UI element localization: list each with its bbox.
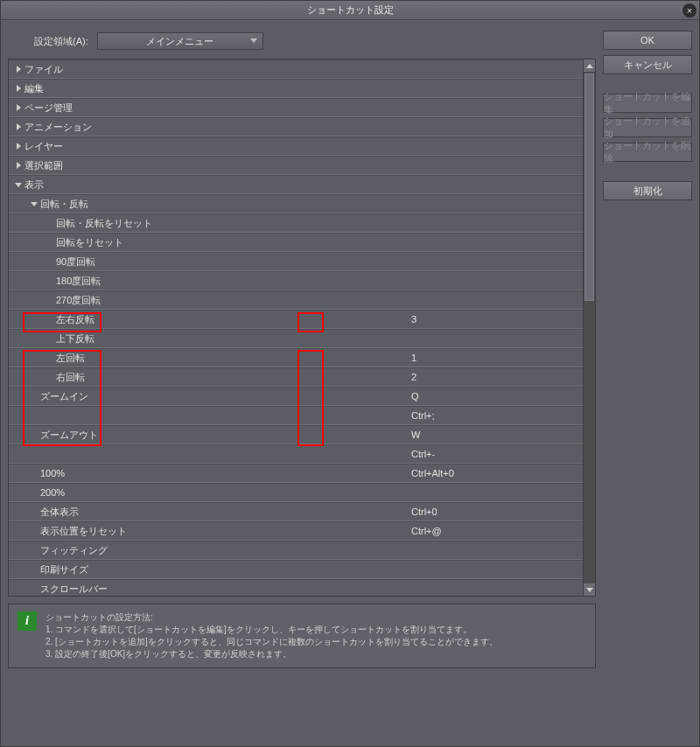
tree-row[interactable]: 270度回転 <box>9 290 583 310</box>
dialog-content: 設定領域(A): メインメニュー ファイル編集ページ管理アニメーションレイヤー選… <box>1 20 699 746</box>
add-shortcut-button[interactable]: ショートカットを追加 <box>603 118 692 137</box>
tree-row[interactable]: 回転・反転をリセット <box>9 213 583 233</box>
dialog-title: ショートカット設定 <box>307 3 394 17</box>
tree-row[interactable]: ズームインQ <box>9 387 583 406</box>
shortcut-cell: Ctrl+0 <box>408 506 583 517</box>
tree-row[interactable]: 表示 <box>9 175 583 194</box>
tree-label-cell: 回転・反転をリセット <box>9 217 408 230</box>
command-list: ファイル編集ページ管理アニメーションレイヤー選択範囲表示回転・反転回転・反転をリ… <box>8 59 596 597</box>
tree-row[interactable]: 編集 <box>9 79 583 98</box>
shortcut-settings-dialog: ショートカット設定 × 設定領域(A): メインメニュー ファイル編集ページ管理… <box>0 0 700 747</box>
tree-label-cell: 200% <box>9 487 408 498</box>
info-icon: i <box>18 611 37 631</box>
tree-label-cell: 180度回転 <box>9 275 408 288</box>
scrollbar[interactable] <box>583 59 595 596</box>
triangle-right-icon <box>17 162 21 169</box>
expander-icon[interactable] <box>30 202 38 206</box>
tree-item-label: 回転・反転をリセット <box>56 217 152 230</box>
expander-icon[interactable] <box>14 183 23 187</box>
titlebar: ショートカット設定 × <box>1 1 699 20</box>
expander-icon[interactable] <box>14 123 23 130</box>
shortcut-cell: Ctrl+@ <box>408 526 583 536</box>
area-row: 設定領域(A): メインメニュー <box>8 29 596 59</box>
right-column: OK キャンセル ショートカットを編集 ショートカットを追加 ショートカットを削… <box>603 29 692 737</box>
tree-row[interactable]: 上下反転 <box>9 329 583 348</box>
area-dropdown-value: メインメニュー <box>146 35 214 48</box>
tree-row[interactable]: ズームアウトW <box>9 425 583 444</box>
tree-item-label: 200% <box>40 487 65 498</box>
tree-row[interactable]: ファイル <box>9 59 583 79</box>
edit-shortcut-button[interactable]: ショートカットを編集 <box>603 94 692 113</box>
tree-row[interactable]: Ctrl+- <box>9 444 583 464</box>
tree-label-cell: 左右反転 <box>9 313 408 326</box>
scroll-thumb[interactable] <box>584 73 594 301</box>
shortcut-cell: 2 <box>408 372 583 382</box>
area-dropdown[interactable]: メインメニュー <box>97 32 263 50</box>
chevron-down-icon <box>586 588 593 592</box>
reset-button[interactable]: 初期化 <box>603 181 692 200</box>
tree-row[interactable]: 200% <box>9 483 583 502</box>
tree-item-label: 180度回転 <box>56 275 101 288</box>
area-label: 設定領域(A): <box>34 35 88 48</box>
tree-row[interactable]: 左回転1 <box>9 348 583 367</box>
shortcut-cell: W <box>408 429 583 440</box>
shortcut-cell: Q <box>408 391 583 401</box>
tree-row[interactable]: 回転をリセット <box>9 233 583 252</box>
tree-item-label: 表示 <box>24 178 44 192</box>
info-line: 2. [ショートカットを追加]をクリックすると、同じコマンドに複数のショートカッ… <box>46 636 498 648</box>
tree-item-label: 全体表示 <box>40 506 79 519</box>
command-list-inner[interactable]: ファイル編集ページ管理アニメーションレイヤー選択範囲表示回転・反転回転・反転をリ… <box>9 59 583 596</box>
tree-row[interactable]: 表示位置をリセットCtrl+@ <box>9 521 583 541</box>
tree-item-label: 回転・反転 <box>40 198 88 211</box>
tree-item-label: 表示位置をリセット <box>40 525 127 538</box>
expander-icon[interactable] <box>14 104 23 111</box>
close-button[interactable]: × <box>682 3 696 17</box>
tree-row[interactable]: Ctrl+; <box>9 406 583 425</box>
expander-icon[interactable] <box>14 66 23 73</box>
scroll-down-button[interactable] <box>584 583 595 596</box>
chevron-down-icon <box>250 38 257 43</box>
scroll-track[interactable] <box>584 72 595 583</box>
tree-row[interactable]: 印刷サイズ <box>9 560 583 579</box>
info-box: i ショートカットの設定方法: 1. コマンドを選択して[ショートカットを編集]… <box>8 604 596 668</box>
expander-icon[interactable] <box>14 143 23 150</box>
tree-label-cell: ページ管理 <box>9 101 408 115</box>
cancel-button[interactable]: キャンセル <box>603 55 692 74</box>
tree-label-cell: 上下反転 <box>9 332 408 346</box>
tree-label-cell: 印刷サイズ <box>9 563 408 576</box>
tree-row[interactable]: 100%Ctrl+Alt+0 <box>9 464 583 483</box>
tree-row[interactable]: 180度回転 <box>9 271 583 290</box>
left-column: 設定領域(A): メインメニュー ファイル編集ページ管理アニメーションレイヤー選… <box>8 29 596 737</box>
tree-row[interactable]: 全体表示Ctrl+0 <box>9 502 583 521</box>
tree-label-cell: アニメーション <box>9 121 408 134</box>
scroll-up-button[interactable] <box>584 59 595 72</box>
tree-row[interactable]: 90度回転 <box>9 252 583 271</box>
delete-shortcut-button[interactable]: ショートカットを削除 <box>603 143 692 162</box>
tree-item-label: アニメーション <box>24 121 92 134</box>
tree-row[interactable]: アニメーション <box>9 117 583 136</box>
ok-button[interactable]: OK <box>603 31 692 50</box>
close-icon: × <box>687 5 692 16</box>
tree-label-cell: レイヤー <box>9 140 408 153</box>
tree-row[interactable]: フィッティング <box>9 541 583 560</box>
tree-item-label: 100% <box>40 468 65 478</box>
tree-row[interactable]: 左右反転3 <box>9 310 583 329</box>
tree-row[interactable]: レイヤー <box>9 136 583 156</box>
tree-row[interactable]: ページ管理 <box>9 98 583 117</box>
chevron-up-icon <box>586 64 593 68</box>
expander-icon[interactable] <box>14 162 23 169</box>
tree-row[interactable]: 右回転2 <box>9 367 583 387</box>
triangle-right-icon <box>17 85 21 92</box>
tree-item-label: スクロールバー <box>40 583 108 596</box>
triangle-right-icon <box>17 66 21 73</box>
tree-row[interactable]: スクロールバー <box>9 579 583 596</box>
shortcut-cell: Ctrl+; <box>408 410 583 421</box>
info-title: ショートカットの設定方法: <box>46 611 498 624</box>
tree-item-label: ファイル <box>24 63 63 76</box>
tree-row[interactable]: 選択範囲 <box>9 156 583 175</box>
tree-label-cell: 左回転 <box>9 352 408 365</box>
info-text: ショートカットの設定方法: 1. コマンドを選択して[ショートカットを編集]をク… <box>46 611 498 660</box>
expander-icon[interactable] <box>14 85 23 92</box>
tree-row[interactable]: 回転・反転 <box>9 194 583 213</box>
tree-item-label: 印刷サイズ <box>40 563 88 576</box>
